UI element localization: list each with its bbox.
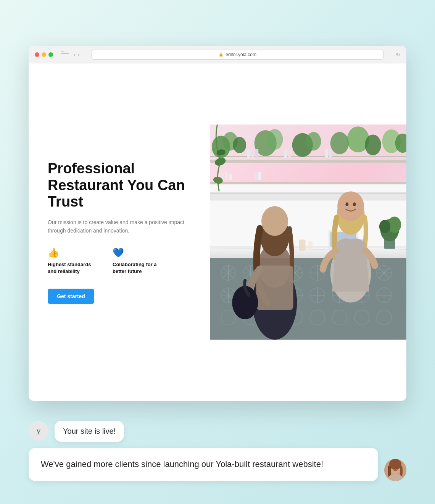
- chat-message-1-text: Your site is live!: [63, 427, 116, 435]
- chat-bubble-1: Your site is live!: [55, 421, 124, 442]
- chat-message-2-text: We've gained more clients since launchin…: [41, 459, 323, 469]
- svg-rect-23: [329, 150, 332, 158]
- website-image-panel: [210, 63, 406, 401]
- features-row: 👍 Highest standards and reliability 💙 Co…: [48, 247, 191, 275]
- svg-point-122: [261, 206, 288, 236]
- svg-rect-115: [299, 239, 305, 250]
- lock-icon: 🔒: [219, 52, 223, 57]
- svg-rect-22: [325, 149, 328, 158]
- chat-area: y Your site is live! We've gained more c…: [29, 421, 406, 481]
- forward-arrow-icon[interactable]: ›: [78, 52, 80, 58]
- svg-rect-21: [288, 150, 291, 158]
- svg-rect-33: [210, 247, 406, 258]
- svg-point-7: [233, 137, 246, 153]
- feature-item-collaborating: 💙 Collaborating for a better future: [113, 247, 166, 275]
- minimize-button[interactable]: [42, 52, 46, 57]
- svg-point-11: [306, 132, 321, 151]
- chat-message-row-1: y Your site is live!: [29, 421, 406, 442]
- svg-point-133: [379, 220, 390, 233]
- svg-point-14: [365, 135, 381, 155]
- chat-bubble-2: We've gained more clients since launchin…: [29, 448, 378, 481]
- svg-point-12: [330, 132, 349, 154]
- svg-rect-20: [284, 150, 287, 158]
- svg-rect-17: [247, 150, 250, 158]
- svg-point-128: [346, 202, 349, 206]
- website-content: Professional Restaurant You Can Trust Ou…: [29, 63, 406, 401]
- thumbs-up-icon: 👍: [48, 247, 101, 258]
- svg-rect-24: [210, 182, 406, 184]
- browser-window: ‹ › 🔒 editor.yola.com ↻ Professional Res…: [29, 46, 406, 401]
- address-bar[interactable]: 🔒 editor.yola.com: [92, 50, 383, 60]
- svg-rect-18: [251, 150, 254, 158]
- svg-point-139: [389, 459, 401, 470]
- svg-rect-31: [210, 193, 406, 200]
- hero-subtitle: Our mission is to create value and make …: [48, 218, 191, 235]
- yola-avatar: y: [29, 421, 48, 441]
- nav-arrows: ‹ ›: [74, 52, 79, 58]
- sidebar-toggle-icon[interactable]: [61, 52, 69, 58]
- feature-item-standards: 👍 Highest standards and reliability: [48, 247, 101, 275]
- maximize-button[interactable]: [48, 52, 53, 57]
- website-left-panel: Professional Restaurant You Can Trust Ou…: [29, 63, 210, 401]
- svg-point-9: [267, 129, 283, 150]
- svg-rect-4: [210, 156, 406, 157]
- yola-logo-letter: y: [37, 426, 41, 436]
- traffic-lights: [35, 52, 53, 57]
- browser-chrome: ‹ › 🔒 editor.yola.com ↻: [29, 46, 406, 63]
- chat-message-row-2: We've gained more clients since launchin…: [29, 448, 406, 481]
- hero-title: Professional Restaurant You Can Trust: [48, 160, 191, 210]
- svg-rect-28: [255, 173, 257, 180]
- close-button[interactable]: [35, 52, 39, 57]
- feature-label-collaborating: Collaborating for a better future: [113, 261, 166, 275]
- url-text: editor.yola.com: [226, 52, 256, 57]
- svg-rect-29: [258, 172, 261, 180]
- svg-point-127: [337, 191, 364, 221]
- svg-rect-26: [225, 172, 228, 180]
- get-started-button[interactable]: Get started: [48, 289, 94, 304]
- svg-point-129: [353, 202, 356, 206]
- svg-rect-27: [229, 174, 232, 180]
- refresh-icon[interactable]: ↻: [396, 52, 400, 58]
- back-arrow-icon[interactable]: ‹: [74, 52, 76, 58]
- svg-rect-3: [210, 160, 406, 163]
- svg-rect-19: [255, 149, 259, 158]
- heart-icon: 💙: [113, 247, 166, 258]
- restaurant-illustration: [210, 63, 406, 401]
- user-avatar: [384, 459, 406, 481]
- svg-rect-32: [210, 192, 406, 194]
- feature-label-standards: Highest standards and reliability: [48, 261, 101, 275]
- svg-rect-116: [308, 241, 313, 249]
